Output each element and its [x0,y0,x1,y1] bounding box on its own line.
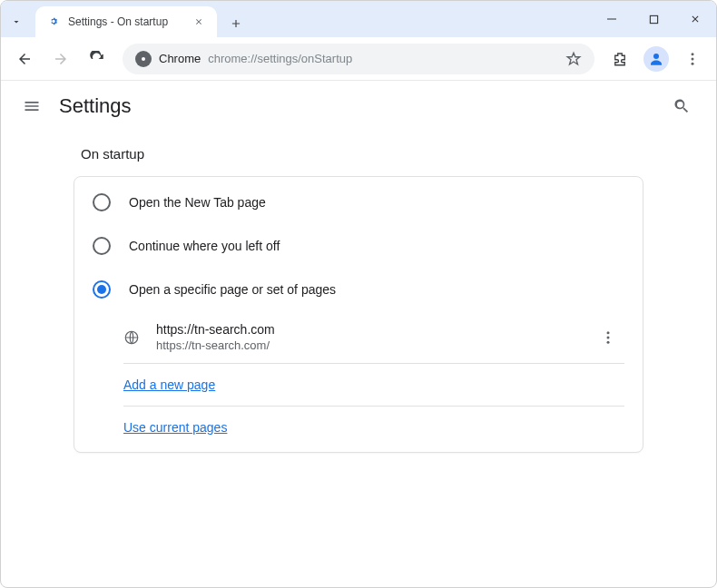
add-new-page-row: Add a new page [123,364,624,407]
settings-app-header: Settings [1,81,716,132]
page-entry-text: https://tn-search.com https://tn-search.… [156,322,592,352]
browser-toolbar: Chrome chrome://settings/onStartup [1,37,716,81]
profile-avatar[interactable] [643,46,669,72]
forward-button[interactable] [44,43,77,75]
radio-icon [93,280,111,299]
hamburger-menu-icon[interactable] [19,93,44,119]
radio-continue-where-left-off[interactable]: Continue where you left off [74,224,643,268]
gear-icon [46,15,61,29]
startup-page-entry: https://tn-search.com https://tn-search.… [123,311,624,364]
address-bar[interactable]: Chrome chrome://settings/onStartup [123,44,594,74]
radio-icon [93,237,111,255]
svg-rect-1 [650,15,657,23]
settings-content: On startup Open the New Tab page Continu… [1,146,716,453]
window-titlebar: Settings - On startup [1,1,716,37]
svg-point-6 [692,57,694,60]
use-current-pages-row: Use current pages [123,407,624,448]
omnibox-url: chrome://settings/onStartup [208,52,352,65]
radio-label: Open the New Tab page [129,195,266,210]
window-controls [591,1,716,37]
svg-point-11 [607,340,610,343]
section-title: On startup [81,146,643,162]
reload-button[interactable] [81,43,113,75]
chrome-icon [135,51,152,67]
globe-icon [123,329,140,346]
radio-open-specific-pages[interactable]: Open a specific page or set of pages [74,268,643,311]
search-button[interactable] [665,90,698,122]
svg-point-10 [607,336,610,338]
kebab-menu-button[interactable] [676,43,709,75]
new-tab-button[interactable] [222,10,250,37]
svg-point-7 [692,62,694,64]
close-icon[interactable] [192,15,206,29]
svg-rect-0 [607,19,616,20]
svg-point-4 [653,54,659,59]
close-window-button[interactable] [674,1,716,37]
radio-icon [93,193,111,211]
radio-open-new-tab[interactable]: Open the New Tab page [74,181,643,224]
page-url: https://tn-search.com/ [156,338,592,352]
radio-label: Open a specific page or set of pages [129,282,336,297]
page-title: Settings [59,94,132,118]
browser-tab[interactable]: Settings - On startup [35,6,217,37]
page-entry-more-button[interactable] [592,329,624,346]
minimize-button[interactable] [591,1,633,37]
omnibox-origin-label: Chrome [159,52,201,65]
page-name: https://tn-search.com [156,322,592,337]
svg-point-2 [142,57,145,61]
use-current-pages-link[interactable]: Use current pages [123,420,227,435]
maximize-button[interactable] [633,1,674,37]
add-new-page-link[interactable]: Add a new page [123,377,215,392]
bookmark-star-icon[interactable] [565,51,582,67]
tab-title: Settings - On startup [68,15,192,28]
on-startup-card: Open the New Tab page Continue where you… [74,176,643,453]
svg-point-9 [607,331,610,334]
back-button[interactable] [8,43,41,75]
svg-point-5 [692,53,694,55]
extensions-button[interactable] [604,43,636,75]
startup-pages-list: https://tn-search.com https://tn-search.… [123,311,624,448]
tab-search-dropdown[interactable] [1,6,32,37]
radio-label: Continue where you left off [129,239,280,253]
